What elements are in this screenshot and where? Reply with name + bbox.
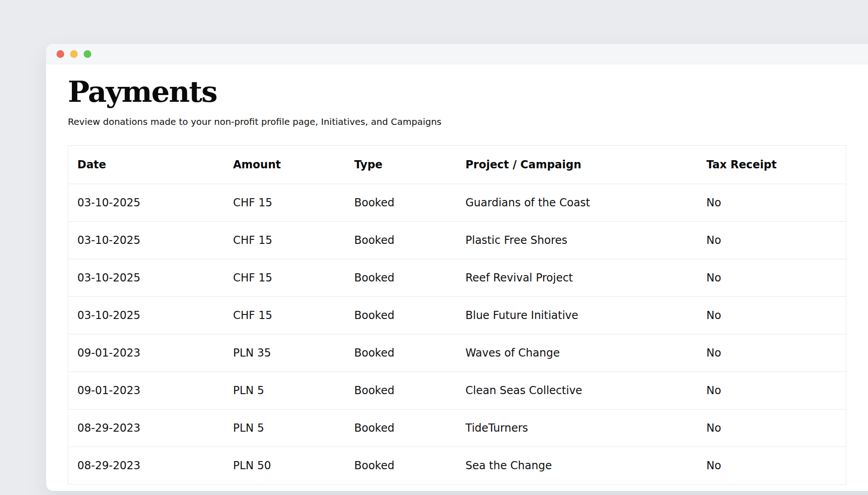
cell-project: Waves of Change [457, 334, 698, 371]
payments-table: Date Amount Type Project / Campaign Tax … [68, 145, 846, 485]
column-header-type: Type [345, 145, 457, 184]
cell-date: 09-01-2023 [68, 334, 224, 371]
cell-project: Guardians of the Coast [457, 184, 698, 221]
table-row: 03-10-2025 CHF 15 Booked Reef Revival Pr… [68, 259, 846, 296]
cell-date: 03-10-2025 [68, 184, 224, 221]
cell-type: Booked [345, 447, 457, 484]
cell-tax-receipt: No [698, 371, 846, 409]
cell-date: 03-10-2025 [68, 221, 224, 259]
page-subtitle: Review donations made to your non-profit… [68, 116, 868, 127]
cell-tax-receipt: No [698, 447, 846, 484]
cell-amount: CHF 15 [224, 296, 345, 334]
table-row: 08-29-2023 PLN 50 Booked Sea the Change … [68, 447, 846, 484]
cell-amount: PLN 35 [224, 334, 345, 371]
cell-tax-receipt: No [698, 334, 846, 371]
cell-type: Booked [345, 409, 457, 447]
cell-date: 09-01-2023 [68, 371, 224, 409]
cell-amount: PLN 5 [224, 409, 345, 447]
cell-tax-receipt: No [698, 296, 846, 334]
table-row: 08-29-2023 PLN 5 Booked TideTurners No [68, 409, 846, 447]
column-header-project: Project / Campaign [457, 145, 698, 184]
cell-project: Clean Seas Collective [457, 371, 698, 409]
page-title: Payments [68, 75, 868, 109]
column-header-amount: Amount [224, 145, 345, 184]
cell-tax-receipt: No [698, 221, 846, 259]
table-row: 09-01-2023 PLN 35 Booked Waves of Change… [68, 334, 846, 371]
cell-type: Booked [345, 221, 457, 259]
cell-type: Booked [345, 371, 457, 409]
table-row: 03-10-2025 CHF 15 Booked Plastic Free Sh… [68, 221, 846, 259]
table-header-row: Date Amount Type Project / Campaign Tax … [68, 145, 846, 184]
cell-tax-receipt: No [698, 184, 846, 221]
cell-tax-receipt: No [698, 409, 846, 447]
cell-date: 03-10-2025 [68, 259, 224, 296]
close-button[interactable] [57, 50, 64, 58]
cell-project: Plastic Free Shores [457, 221, 698, 259]
minimize-button[interactable] [70, 50, 78, 58]
cell-type: Booked [345, 296, 457, 334]
cell-amount: PLN 5 [224, 371, 345, 409]
zoom-button[interactable] [84, 50, 91, 58]
column-header-date: Date [68, 145, 224, 184]
page-content: Payments Review donations made to your n… [46, 64, 868, 485]
window-titlebar [46, 44, 868, 64]
cell-project: Sea the Change [457, 447, 698, 484]
cell-amount: CHF 15 [224, 184, 345, 221]
table-row: 03-10-2025 CHF 15 Booked Blue Future Ini… [68, 296, 846, 334]
cell-date: 08-29-2023 [68, 447, 224, 484]
cell-project: TideTurners [457, 409, 698, 447]
cell-project: Blue Future Initiative [457, 296, 698, 334]
payments-table-container: Date Amount Type Project / Campaign Tax … [68, 145, 868, 485]
cell-amount: CHF 15 [224, 259, 345, 296]
cell-date: 03-10-2025 [68, 296, 224, 334]
cell-tax-receipt: No [698, 259, 846, 296]
app-window: Payments Review donations made to your n… [46, 44, 868, 491]
cell-amount: CHF 15 [224, 221, 345, 259]
cell-type: Booked [345, 334, 457, 371]
column-header-tax-receipt: Tax Receipt [698, 145, 846, 184]
table-row: 09-01-2023 PLN 5 Booked Clean Seas Colle… [68, 371, 846, 409]
cell-amount: PLN 50 [224, 447, 345, 484]
cell-date: 08-29-2023 [68, 409, 224, 447]
cell-type: Booked [345, 259, 457, 296]
cell-type: Booked [345, 184, 457, 221]
cell-project: Reef Revival Project [457, 259, 698, 296]
table-row: 03-10-2025 CHF 15 Booked Guardians of th… [68, 184, 846, 221]
